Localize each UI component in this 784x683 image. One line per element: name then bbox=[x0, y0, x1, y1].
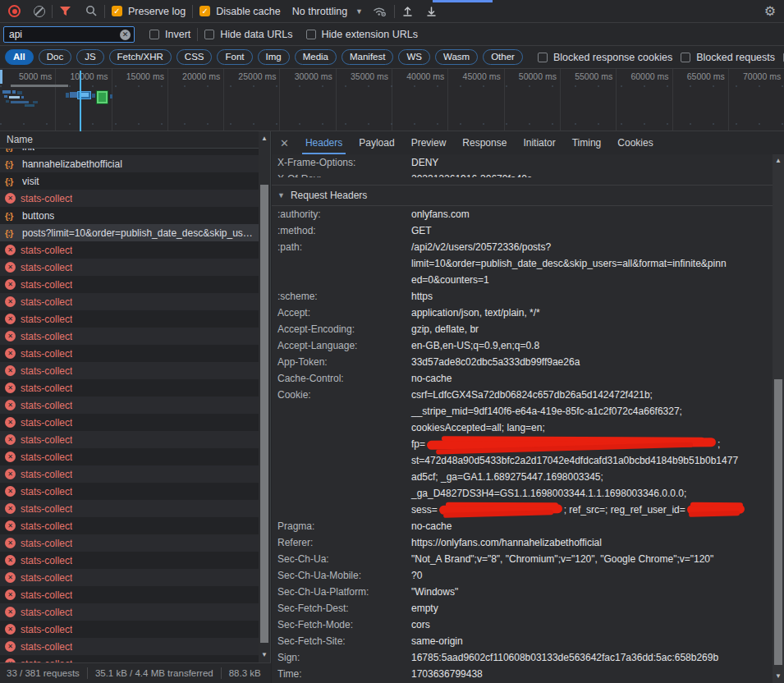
search-icon[interactable] bbox=[85, 5, 98, 17]
close-icon[interactable]: ✕ bbox=[280, 137, 289, 149]
invert-checkbox[interactable] bbox=[149, 30, 159, 39]
resource-type-pill[interactable]: Fetch/XHR bbox=[109, 49, 172, 65]
clear-filter-icon[interactable]: ✕ bbox=[120, 30, 131, 40]
hide-extension-urls-checkbox[interactable] bbox=[306, 30, 316, 39]
preserve-log-checkbox[interactable]: ✓ bbox=[112, 6, 122, 16]
table-row[interactable]: {:} ✕ stats-collect bbox=[0, 638, 270, 655]
table-row[interactable]: {:} ✕ stats-collect bbox=[0, 259, 270, 276]
filter-checkbox[interactable] bbox=[538, 53, 548, 62]
table-row[interactable]: {:} ✕ stats-collect bbox=[0, 190, 270, 207]
resource-type-pill[interactable]: Img bbox=[258, 49, 290, 65]
request-name: stats-collect bbox=[21, 365, 72, 377]
scrollbar-thumb[interactable] bbox=[260, 185, 268, 643]
details-tab[interactable]: Preview bbox=[405, 131, 453, 154]
filter-checkbox-label[interactable]: Blocked requests bbox=[696, 52, 775, 63]
table-row[interactable]: {:} ✕ buttons bbox=[0, 207, 270, 224]
clear-button[interactable] bbox=[34, 6, 45, 17]
details-tab[interactable]: Response bbox=[456, 131, 513, 154]
table-row[interactable]: {:} ✕ stats-collect bbox=[0, 603, 270, 621]
hide-data-urls-checkbox[interactable] bbox=[204, 30, 214, 39]
filter-icon[interactable] bbox=[59, 6, 71, 17]
request-headers-section-header[interactable]: ▼ Request Headers bbox=[272, 185, 773, 206]
details-tab[interactable]: Cookies bbox=[611, 131, 659, 154]
hide-extension-urls-label[interactable]: Hide extension URLs bbox=[322, 29, 418, 40]
scroll-up-icon[interactable]: ▲ bbox=[259, 135, 270, 143]
resource-type-pill[interactable]: WS bbox=[398, 49, 430, 65]
preserve-log-label[interactable]: Preserve log bbox=[128, 6, 186, 17]
table-row[interactable]: {:} ✕ posts?limit=10&order=publish_date_… bbox=[0, 224, 270, 241]
table-row[interactable]: {:} ✕ hannahelizabethofficial bbox=[0, 155, 270, 172]
error-icon: ✕ bbox=[5, 641, 16, 652]
filter-checkbox[interactable] bbox=[681, 53, 690, 62]
resource-type-pill[interactable]: CSS bbox=[177, 49, 213, 65]
resource-type-pill[interactable]: Doc bbox=[39, 49, 71, 65]
hide-data-urls-label[interactable]: Hide data URLs bbox=[220, 29, 292, 40]
resource-type-pill[interactable]: All bbox=[5, 49, 34, 65]
table-row[interactable]: {:} ✕ stats-collect bbox=[0, 431, 270, 448]
table-row[interactable]: {:} ✕ stats-collect bbox=[0, 586, 270, 603]
request-name: stats-collect bbox=[21, 400, 72, 411]
table-row[interactable]: {:} ✕ stats-collect bbox=[0, 569, 270, 586]
error-icon: ✕ bbox=[5, 452, 16, 462]
resource-type-pill[interactable]: Font bbox=[217, 49, 252, 65]
table-row[interactable]: {:} ✕ stats-collect bbox=[0, 414, 270, 431]
resource-type-pill[interactable]: JS bbox=[76, 49, 103, 65]
header-row: Sec-Ch-Ua-Mobile: ?0 bbox=[272, 567, 773, 584]
settings-gear-icon[interactable]: ⚙ bbox=[764, 5, 776, 18]
error-icon: ✕ bbox=[5, 538, 16, 548]
disable-cache-label[interactable]: Disable cache bbox=[216, 6, 281, 17]
resource-type-pill[interactable]: Other bbox=[483, 49, 523, 65]
filter-input[interactable] bbox=[3, 26, 135, 43]
table-row[interactable]: {:} ✕ stats-collect bbox=[0, 465, 270, 483]
scroll-up-icon[interactable]: ▲ bbox=[773, 157, 784, 165]
table-row[interactable]: {:} ✕ stats-collect bbox=[0, 397, 270, 414]
scroll-down-icon[interactable]: ▼ bbox=[773, 672, 784, 681]
table-row[interactable]: {:} ✕ stats-collect bbox=[0, 328, 270, 345]
table-row[interactable]: {:} ✕ stats-collect bbox=[0, 379, 270, 397]
resource-type-pill[interactable]: Wasm bbox=[435, 49, 478, 65]
scroll-down-icon[interactable]: ▼ bbox=[259, 651, 270, 659]
value-text: same-origin bbox=[411, 635, 463, 647]
details-tab[interactable]: Timing bbox=[566, 131, 608, 154]
details-scrollbar[interactable]: ▲ ▼ bbox=[773, 154, 784, 683]
table-row[interactable]: {:} ✕ init bbox=[0, 149, 270, 155]
details-tab[interactable]: Payload bbox=[352, 131, 401, 154]
table-row[interactable]: {:} ✕ stats-collect bbox=[0, 345, 270, 362]
table-row[interactable]: {:} ✕ stats-collect bbox=[0, 293, 270, 310]
table-row[interactable]: {:} ✕ visit bbox=[0, 172, 270, 190]
network-overview[interactable]: 5000 ms10000 ms15000 ms20000 ms25000 ms3… bbox=[0, 69, 784, 131]
details-tab[interactable]: Headers bbox=[299, 131, 349, 154]
table-row[interactable]: {:} ✕ stats-collect bbox=[0, 483, 270, 500]
table-row[interactable]: {:} ✕ stats-collect bbox=[0, 276, 270, 293]
scrollbar-thumb[interactable] bbox=[774, 379, 782, 665]
disclosure-triangle-icon[interactable]: ▼ bbox=[277, 191, 285, 199]
resource-type-pill[interactable]: Manifest bbox=[342, 49, 393, 65]
table-row[interactable]: {:} ✕ stats-collect bbox=[0, 621, 270, 638]
chevron-down-icon[interactable]: ▼ bbox=[355, 7, 363, 16]
import-har-icon[interactable] bbox=[401, 5, 414, 17]
value-text: "Windows" bbox=[411, 586, 458, 598]
export-har-icon[interactable] bbox=[425, 5, 438, 17]
throttling-select[interactable]: No throttling bbox=[292, 6, 347, 17]
record-button[interactable] bbox=[8, 5, 21, 17]
table-row[interactable]: {:} ✕ stats-collect bbox=[0, 500, 270, 517]
details-tab[interactable]: Initiator bbox=[516, 131, 562, 154]
error-icon: ✕ bbox=[5, 348, 16, 359]
table-row[interactable]: {:} ✕ stats-collect bbox=[0, 517, 270, 534]
request-name: stats-collect bbox=[21, 262, 72, 273]
table-row[interactable]: {:} ✕ stats-collect bbox=[0, 310, 270, 328]
filter-checkbox-label[interactable]: Blocked response cookies bbox=[553, 52, 672, 63]
disable-cache-checkbox[interactable]: ✓ bbox=[199, 6, 210, 16]
table-row[interactable]: {:} ✕ stats-collect bbox=[0, 534, 270, 552]
spacer bbox=[272, 177, 773, 185]
request-list-scrollbar[interactable]: ▲ ▼ bbox=[259, 131, 270, 662]
table-row[interactable]: {:} ✕ stats-collect bbox=[0, 241, 270, 259]
table-row[interactable]: {:} ✕ stats-collect bbox=[0, 362, 270, 379]
invert-label[interactable]: Invert bbox=[165, 29, 190, 40]
network-conditions-icon[interactable] bbox=[373, 5, 387, 17]
table-row[interactable]: {:} ✕ stats-collect bbox=[0, 448, 270, 465]
table-row[interactable]: {:} ✕ stats-collect bbox=[0, 552, 270, 569]
resource-type-pill[interactable]: Media bbox=[295, 49, 337, 65]
name-column-header[interactable]: Name bbox=[0, 131, 270, 149]
table-row[interactable]: {:} ✕ stats-collect bbox=[0, 655, 270, 662]
